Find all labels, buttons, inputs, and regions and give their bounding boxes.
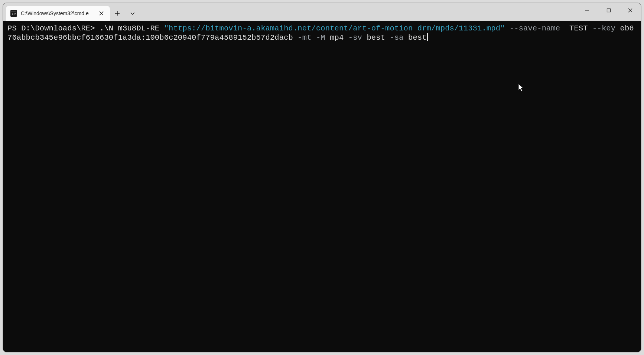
- svg-rect-8: [607, 9, 611, 12]
- plus-icon: [115, 11, 120, 16]
- text-cursor: [427, 33, 428, 41]
- cmd-icon: C:\: [10, 10, 17, 17]
- flag-key: --key: [592, 24, 615, 33]
- close-icon: [628, 8, 632, 13]
- flag-save-name: --save-name: [505, 24, 560, 33]
- minimize-icon: [585, 8, 589, 13]
- sv-value: best: [362, 33, 385, 42]
- format-value: mp4: [325, 33, 344, 42]
- chevron-down-icon: [130, 11, 135, 16]
- prompt-text: PS D:\Downloads\RE>: [7, 24, 100, 33]
- flag-mt: -mt: [293, 33, 312, 42]
- window-close-button[interactable]: [619, 3, 641, 18]
- minimize-button[interactable]: [576, 3, 598, 18]
- new-tab-button[interactable]: [110, 6, 125, 21]
- tab-close-button[interactable]: [97, 9, 106, 18]
- svg-text:C:\: C:\: [12, 13, 17, 16]
- terminal-area[interactable]: PS D:\Downloads\RE> .\N_m3u8DL-RE "https…: [3, 21, 641, 352]
- tab-strip: C:\ C:\Windows\System32\cmd.e: [3, 3, 140, 21]
- save-name-value: _TEST: [560, 24, 592, 33]
- titlebar[interactable]: C:\ C:\Windows\System32\cmd.e: [3, 3, 641, 21]
- sa-value: best: [404, 33, 427, 42]
- maximize-button[interactable]: [598, 3, 619, 18]
- close-icon: [99, 11, 104, 16]
- terminal-window: C:\ C:\Windows\System32\cmd.e: [3, 3, 641, 352]
- terminal-command-line: PS D:\Downloads\RE> .\N_m3u8DL-RE "https…: [7, 24, 637, 42]
- url-argument: "https://bitmovin-a.akamaihd.net/content…: [164, 24, 505, 33]
- window-controls: [576, 3, 641, 18]
- tab-title: C:\Windows\System32\cmd.e: [21, 10, 94, 16]
- svg-rect-1: [11, 11, 16, 12]
- maximize-icon: [606, 8, 611, 13]
- flag-sv: -sv: [344, 33, 362, 42]
- tab-dropdown-button[interactable]: [125, 6, 140, 21]
- flag-m-format: -M: [312, 33, 325, 42]
- flag-sa: -sa: [385, 33, 404, 42]
- tab-active[interactable]: C:\ C:\Windows\System32\cmd.e: [6, 6, 110, 21]
- executable-name: .\N_m3u8DL-RE: [100, 24, 164, 33]
